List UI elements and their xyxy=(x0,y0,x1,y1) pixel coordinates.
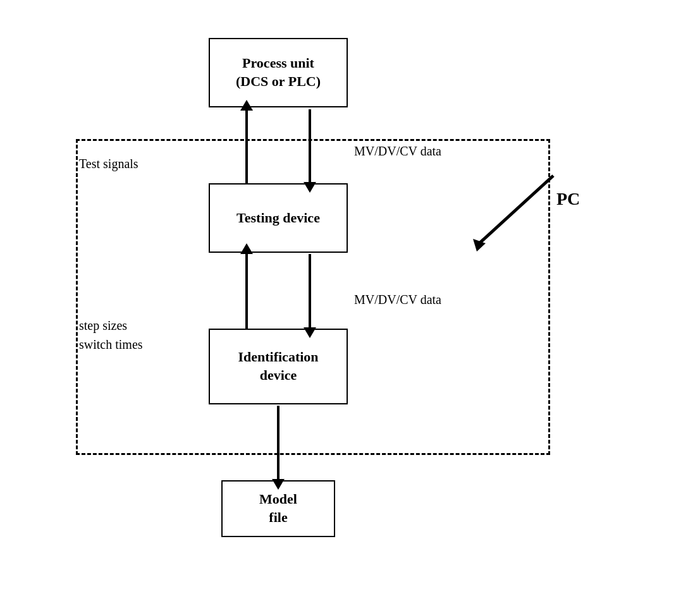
testing-device-label: Testing device xyxy=(236,209,320,227)
model-file-box: Modelfile xyxy=(221,480,335,537)
mv-dv-cv-top-label: MV/DV/CV data xyxy=(354,142,441,160)
testing-device-box: Testing device xyxy=(209,183,348,253)
identification-device-box: Identificationdevice xyxy=(209,329,348,404)
process-unit-label: Process unit(DCS or PLC) xyxy=(236,54,321,90)
mv-dv-cv-bottom-label: MV/DV/CV data xyxy=(354,291,441,308)
test-signals-label: Test signals xyxy=(79,155,138,173)
diagram-container: Process unit(DCS or PLC) Testing device … xyxy=(38,19,658,581)
pc-label: PC xyxy=(556,186,580,211)
process-unit-box: Process unit(DCS or PLC) xyxy=(209,38,348,107)
model-file-label: Modelfile xyxy=(259,490,297,526)
step-sizes-label: step sizes switch times xyxy=(79,316,143,354)
identification-device-label: Identificationdevice xyxy=(238,348,318,384)
